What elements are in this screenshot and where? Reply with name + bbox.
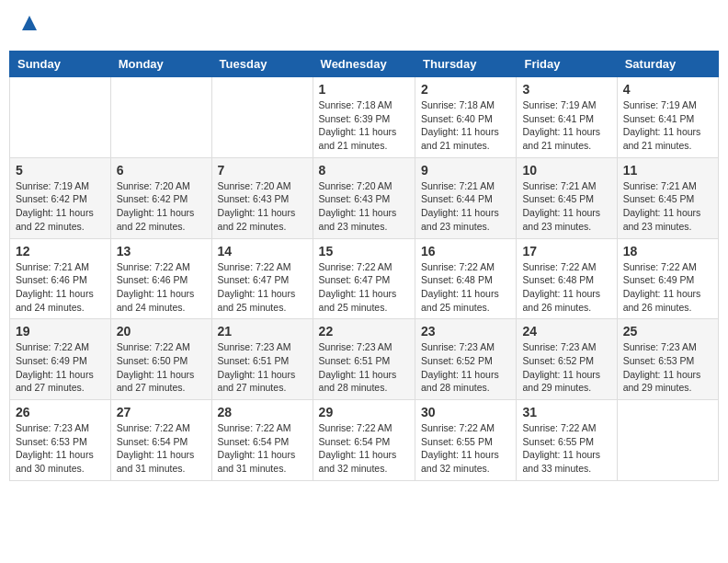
day-number: 15 bbox=[319, 244, 409, 259]
day-info: Sunrise: 7:21 AM Sunset: 6:46 PM Dayligh… bbox=[16, 260, 105, 315]
calendar-cell: 10Sunrise: 7:21 AM Sunset: 6:45 PM Dayli… bbox=[517, 157, 617, 238]
day-info: Sunrise: 7:21 AM Sunset: 6:45 PM Dayligh… bbox=[623, 179, 712, 234]
day-number: 27 bbox=[117, 405, 206, 419]
day-info: Sunrise: 7:19 AM Sunset: 6:41 PM Dayligh… bbox=[623, 98, 712, 153]
page-header bbox=[9, 9, 719, 41]
day-info: Sunrise: 7:20 AM Sunset: 6:43 PM Dayligh… bbox=[319, 179, 409, 234]
calendar-cell: 30Sunrise: 7:22 AM Sunset: 6:55 PM Dayli… bbox=[415, 400, 517, 481]
calendar-cell: 19Sunrise: 7:22 AM Sunset: 6:49 PM Dayli… bbox=[10, 319, 111, 400]
calendar-cell bbox=[617, 400, 718, 481]
day-info: Sunrise: 7:22 AM Sunset: 6:48 PM Dayligh… bbox=[522, 260, 610, 315]
day-number: 26 bbox=[16, 405, 105, 419]
day-info: Sunrise: 7:22 AM Sunset: 6:55 PM Dayligh… bbox=[421, 421, 510, 476]
calendar-week-row: 5Sunrise: 7:19 AM Sunset: 6:42 PM Daylig… bbox=[10, 157, 719, 238]
calendar-cell: 21Sunrise: 7:23 AM Sunset: 6:51 PM Dayli… bbox=[211, 319, 313, 400]
calendar-header-saturday: Saturday bbox=[617, 52, 718, 77]
day-info: Sunrise: 7:22 AM Sunset: 6:47 PM Dayligh… bbox=[319, 260, 409, 315]
day-info: Sunrise: 7:19 AM Sunset: 6:41 PM Dayligh… bbox=[522, 98, 610, 153]
calendar-cell: 8Sunrise: 7:20 AM Sunset: 6:43 PM Daylig… bbox=[313, 157, 415, 238]
day-number: 7 bbox=[218, 163, 307, 178]
day-number: 29 bbox=[319, 405, 409, 419]
calendar-cell: 25Sunrise: 7:23 AM Sunset: 6:53 PM Dayli… bbox=[617, 319, 718, 400]
calendar-cell: 31Sunrise: 7:22 AM Sunset: 6:55 PM Dayli… bbox=[517, 400, 617, 481]
day-info: Sunrise: 7:21 AM Sunset: 6:45 PM Dayligh… bbox=[522, 179, 610, 234]
calendar-cell: 7Sunrise: 7:20 AM Sunset: 6:43 PM Daylig… bbox=[211, 157, 313, 238]
day-number: 11 bbox=[623, 163, 712, 178]
day-info: Sunrise: 7:22 AM Sunset: 6:55 PM Dayligh… bbox=[522, 421, 610, 476]
calendar-cell: 13Sunrise: 7:22 AM Sunset: 6:46 PM Dayli… bbox=[110, 238, 211, 319]
calendar-cell: 12Sunrise: 7:21 AM Sunset: 6:46 PM Dayli… bbox=[10, 238, 111, 319]
calendar-cell: 11Sunrise: 7:21 AM Sunset: 6:45 PM Dayli… bbox=[617, 157, 718, 238]
day-number: 8 bbox=[319, 163, 409, 178]
calendar-cell: 1Sunrise: 7:18 AM Sunset: 6:39 PM Daylig… bbox=[313, 77, 415, 158]
calendar-cell: 16Sunrise: 7:22 AM Sunset: 6:48 PM Dayli… bbox=[415, 238, 517, 319]
calendar-header-tuesday: Tuesday bbox=[211, 52, 313, 77]
logo-icon bbox=[20, 14, 39, 32]
calendar-header-monday: Monday bbox=[110, 52, 211, 77]
day-info: Sunrise: 7:22 AM Sunset: 6:49 PM Dayligh… bbox=[623, 260, 712, 315]
calendar-table: SundayMondayTuesdayWednesdayThursdayFrid… bbox=[9, 51, 719, 481]
day-info: Sunrise: 7:22 AM Sunset: 6:50 PM Dayligh… bbox=[117, 340, 206, 395]
calendar-cell: 2Sunrise: 7:18 AM Sunset: 6:40 PM Daylig… bbox=[415, 77, 517, 158]
day-number: 21 bbox=[218, 324, 307, 339]
calendar-cell: 6Sunrise: 7:20 AM Sunset: 6:42 PM Daylig… bbox=[110, 157, 211, 238]
day-info: Sunrise: 7:22 AM Sunset: 6:48 PM Dayligh… bbox=[421, 260, 510, 315]
day-number: 4 bbox=[623, 82, 712, 97]
calendar-cell: 27Sunrise: 7:22 AM Sunset: 6:54 PM Dayli… bbox=[110, 400, 211, 481]
calendar-header-wednesday: Wednesday bbox=[313, 52, 415, 77]
day-number: 22 bbox=[319, 324, 409, 339]
day-info: Sunrise: 7:18 AM Sunset: 6:40 PM Dayligh… bbox=[421, 98, 510, 153]
calendar-cell bbox=[10, 77, 111, 158]
calendar-week-row: 12Sunrise: 7:21 AM Sunset: 6:46 PM Dayli… bbox=[10, 238, 719, 319]
day-number: 25 bbox=[623, 324, 712, 339]
calendar-header-thursday: Thursday bbox=[415, 52, 517, 77]
day-number: 20 bbox=[117, 324, 206, 339]
day-info: Sunrise: 7:23 AM Sunset: 6:51 PM Dayligh… bbox=[218, 340, 307, 395]
day-info: Sunrise: 7:23 AM Sunset: 6:51 PM Dayligh… bbox=[319, 340, 409, 395]
calendar-cell: 22Sunrise: 7:23 AM Sunset: 6:51 PM Dayli… bbox=[313, 319, 415, 400]
day-number: 1 bbox=[319, 82, 409, 97]
day-info: Sunrise: 7:22 AM Sunset: 6:54 PM Dayligh… bbox=[319, 421, 409, 476]
day-info: Sunrise: 7:20 AM Sunset: 6:42 PM Dayligh… bbox=[117, 179, 206, 234]
day-info: Sunrise: 7:20 AM Sunset: 6:43 PM Dayligh… bbox=[218, 179, 307, 234]
day-number: 12 bbox=[16, 244, 105, 259]
day-info: Sunrise: 7:18 AM Sunset: 6:39 PM Dayligh… bbox=[319, 98, 409, 153]
day-number: 14 bbox=[218, 244, 307, 259]
day-info: Sunrise: 7:22 AM Sunset: 6:54 PM Dayligh… bbox=[117, 421, 206, 476]
day-info: Sunrise: 7:23 AM Sunset: 6:52 PM Dayligh… bbox=[522, 340, 610, 395]
day-info: Sunrise: 7:22 AM Sunset: 6:47 PM Dayligh… bbox=[218, 260, 307, 315]
calendar-cell: 4Sunrise: 7:19 AM Sunset: 6:41 PM Daylig… bbox=[617, 77, 718, 158]
day-info: Sunrise: 7:23 AM Sunset: 6:53 PM Dayligh… bbox=[623, 340, 712, 395]
calendar-header-row: SundayMondayTuesdayWednesdayThursdayFrid… bbox=[10, 52, 719, 77]
day-number: 28 bbox=[218, 405, 307, 419]
day-number: 17 bbox=[522, 244, 610, 259]
day-info: Sunrise: 7:19 AM Sunset: 6:42 PM Dayligh… bbox=[16, 179, 105, 234]
calendar-cell: 5Sunrise: 7:19 AM Sunset: 6:42 PM Daylig… bbox=[10, 157, 111, 238]
calendar-cell: 20Sunrise: 7:22 AM Sunset: 6:50 PM Dayli… bbox=[110, 319, 211, 400]
calendar-week-row: 26Sunrise: 7:23 AM Sunset: 6:53 PM Dayli… bbox=[10, 400, 719, 481]
calendar-cell: 14Sunrise: 7:22 AM Sunset: 6:47 PM Dayli… bbox=[211, 238, 313, 319]
svg-marker-0 bbox=[22, 16, 37, 30]
day-number: 6 bbox=[117, 163, 206, 178]
day-number: 5 bbox=[16, 163, 105, 178]
day-number: 30 bbox=[421, 405, 510, 419]
calendar-cell: 15Sunrise: 7:22 AM Sunset: 6:47 PM Dayli… bbox=[313, 238, 415, 319]
day-number: 2 bbox=[421, 82, 510, 97]
day-info: Sunrise: 7:23 AM Sunset: 6:53 PM Dayligh… bbox=[16, 421, 105, 476]
calendar-cell: 23Sunrise: 7:23 AM Sunset: 6:52 PM Dayli… bbox=[415, 319, 517, 400]
calendar-cell: 29Sunrise: 7:22 AM Sunset: 6:54 PM Dayli… bbox=[313, 400, 415, 481]
calendar-cell: 9Sunrise: 7:21 AM Sunset: 6:44 PM Daylig… bbox=[415, 157, 517, 238]
calendar-cell: 26Sunrise: 7:23 AM Sunset: 6:53 PM Dayli… bbox=[10, 400, 111, 481]
calendar-cell: 3Sunrise: 7:19 AM Sunset: 6:41 PM Daylig… bbox=[517, 77, 617, 158]
day-info: Sunrise: 7:21 AM Sunset: 6:44 PM Dayligh… bbox=[421, 179, 510, 234]
day-number: 19 bbox=[16, 324, 105, 339]
day-info: Sunrise: 7:22 AM Sunset: 6:49 PM Dayligh… bbox=[16, 340, 105, 395]
day-number: 10 bbox=[522, 163, 610, 178]
calendar-cell: 18Sunrise: 7:22 AM Sunset: 6:49 PM Dayli… bbox=[617, 238, 718, 319]
calendar-header-friday: Friday bbox=[517, 52, 617, 77]
day-number: 9 bbox=[421, 163, 510, 178]
day-number: 31 bbox=[522, 405, 610, 419]
day-number: 24 bbox=[522, 324, 610, 339]
day-info: Sunrise: 7:23 AM Sunset: 6:52 PM Dayligh… bbox=[421, 340, 510, 395]
calendar-week-row: 19Sunrise: 7:22 AM Sunset: 6:49 PM Dayli… bbox=[10, 319, 719, 400]
